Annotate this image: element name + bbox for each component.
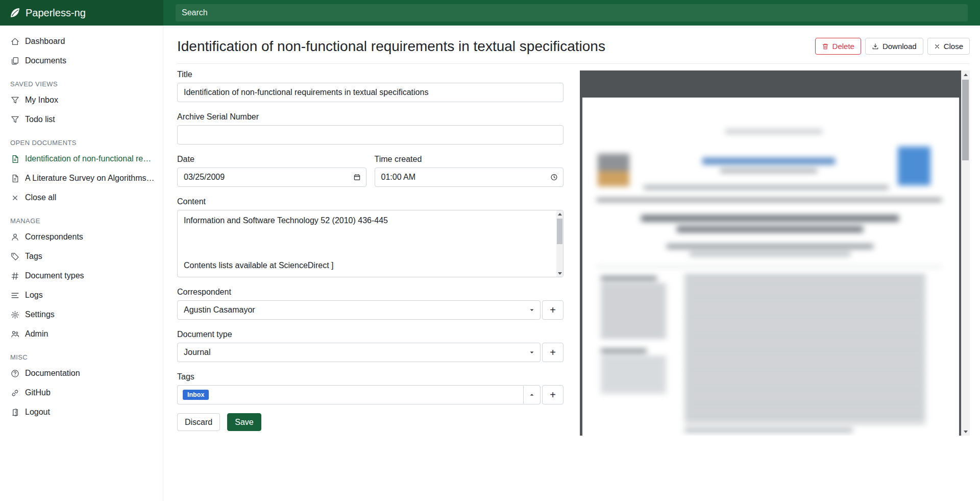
search-input[interactable] <box>176 4 968 21</box>
date-label: Date <box>177 154 366 165</box>
document-type-label: Document type <box>177 329 564 340</box>
scroll-down-icon[interactable] <box>556 270 563 277</box>
content-label: Content <box>177 196 564 207</box>
save-button[interactable]: Save <box>227 413 261 431</box>
sidebar-item-document-types[interactable]: Document types <box>0 266 163 285</box>
sidebar: Dashboard Documents SAVED VIEWS My Inbox <box>0 26 163 501</box>
document-type-value: Journal <box>184 348 210 357</box>
chevron-down-icon <box>529 307 534 313</box>
date-input[interactable]: 03/25/2009 <box>177 168 366 187</box>
house-icon <box>10 37 19 46</box>
tags-input[interactable]: Inbox <box>177 385 523 404</box>
app-brand[interactable]: Paperless-ng <box>0 0 163 26</box>
scrollbar-track[interactable] <box>556 218 563 270</box>
title-label: Title <box>177 69 564 80</box>
asn-label: Archive Serial Number <box>177 111 564 123</box>
delete-button[interactable]: Delete <box>815 38 861 55</box>
pdf-blur-block <box>720 169 817 173</box>
tags-input-group: Inbox <box>177 385 541 404</box>
time-created-label: Time created <box>375 154 564 165</box>
correspondent-select[interactable]: Agustin Casamayor <box>177 300 541 320</box>
add-tag-button[interactable]: + <box>542 385 564 404</box>
content-textarea[interactable]: Information and Software Technology 52 (… <box>178 210 563 277</box>
document-edit-form: Title Archive Serial Number Date 03/25/2… <box>177 69 564 436</box>
sidebar-item-my-inbox[interactable]: My Inbox <box>0 90 163 110</box>
pdf-blur-block <box>898 147 930 185</box>
tag-chip-inbox[interactable]: Inbox <box>183 390 209 400</box>
pdf-blur-block <box>598 171 629 186</box>
person-icon <box>10 232 19 242</box>
file-text-icon <box>10 154 19 163</box>
pdf-blurred-content <box>582 98 959 436</box>
asn-input[interactable] <box>177 125 564 145</box>
gear-icon <box>10 310 19 319</box>
link-icon <box>10 388 19 397</box>
download-button[interactable]: Download <box>865 38 923 55</box>
sidebar-close-all[interactable]: Close all <box>0 188 163 207</box>
time-input[interactable]: 01:00 AM <box>375 168 564 187</box>
sidebar-item-logs[interactable]: Logs <box>0 285 163 305</box>
sidebar-open-doc-1[interactable]: Identification of non-functional require… <box>0 149 163 169</box>
chevron-down-icon <box>529 350 534 355</box>
add-document-type-button[interactable]: + <box>542 343 564 362</box>
content-scrollbar[interactable] <box>556 210 563 277</box>
scroll-up-icon[interactable] <box>961 70 970 79</box>
scroll-down-icon[interactable] <box>961 427 970 436</box>
app-title: Paperless-ng <box>26 7 86 19</box>
discard-button[interactable]: Discard <box>177 413 220 431</box>
pdf-blur-block <box>725 129 822 134</box>
tags-label: Tags <box>177 371 564 383</box>
people-icon <box>10 329 19 339</box>
close-icon <box>10 193 19 202</box>
sidebar-item-admin[interactable]: Admin <box>0 324 163 344</box>
file-text-icon <box>10 174 19 183</box>
download-icon <box>872 43 879 50</box>
document-type-select[interactable]: Journal <box>177 343 541 362</box>
pdf-blur-block <box>601 276 657 280</box>
pdf-blur-block <box>601 349 647 353</box>
sidebar-item-todo-list[interactable]: Todo list <box>0 110 163 129</box>
sidebar-item-dashboard[interactable]: Dashboard <box>0 32 163 51</box>
door-icon <box>10 408 19 417</box>
pdf-blur-block <box>677 226 863 232</box>
top-navbar: Paperless-ng <box>0 0 980 26</box>
sidebar-open-doc-2[interactable]: A Literature Survey on Algorithms for Mu… <box>0 169 163 188</box>
sidebar-item-github[interactable]: GitHub <box>0 383 163 402</box>
content-textarea-wrap: Information and Software Technology 52 (… <box>177 210 564 277</box>
tags-collapse-button[interactable] <box>523 385 541 404</box>
pdf-preview <box>580 70 970 436</box>
date-value: 03/25/2009 <box>184 173 225 182</box>
pdf-scrollbar-thumb[interactable] <box>962 80 969 160</box>
pdf-blur-block <box>601 357 666 393</box>
sidebar-item-correspondents[interactable]: Correspondents <box>0 227 163 247</box>
main-content: Identification of non-functional require… <box>163 26 980 501</box>
trash-icon <box>822 43 829 50</box>
calendar-icon[interactable] <box>353 174 361 181</box>
sidebar-section-open-documents: OPEN DOCUMENTS <box>0 139 163 147</box>
leaf-logo-icon <box>9 7 20 18</box>
scroll-up-icon[interactable] <box>556 210 563 218</box>
scrollbar-thumb[interactable] <box>557 219 562 244</box>
pdf-blur-block <box>641 215 899 222</box>
pdf-blur-block <box>684 275 925 423</box>
sidebar-section-saved-views: SAVED VIEWS <box>0 80 163 88</box>
pdf-blur-block <box>690 252 850 256</box>
header-actions: Delete Download Close <box>815 38 970 55</box>
question-circle-icon <box>10 369 19 378</box>
chevron-up-icon <box>529 390 534 399</box>
documents-icon <box>10 56 19 65</box>
sidebar-section-misc: MISC <box>0 353 163 361</box>
sidebar-item-tags[interactable]: Tags <box>0 247 163 266</box>
sidebar-item-documents[interactable]: Documents <box>0 51 163 70</box>
sidebar-item-settings[interactable]: Settings <box>0 305 163 324</box>
pdf-scrollbar[interactable] <box>961 70 970 436</box>
add-correspondent-button[interactable]: + <box>542 300 564 320</box>
page-title: Identification of non-functional require… <box>177 38 605 55</box>
pdf-blur-block <box>684 428 853 432</box>
clock-icon[interactable] <box>550 174 558 181</box>
close-button[interactable]: Close <box>927 38 970 55</box>
title-input[interactable] <box>177 83 564 102</box>
sidebar-item-documentation[interactable]: Documentation <box>0 364 163 383</box>
sidebar-item-logout[interactable]: Logout <box>0 402 163 422</box>
tag-icon <box>10 252 19 261</box>
